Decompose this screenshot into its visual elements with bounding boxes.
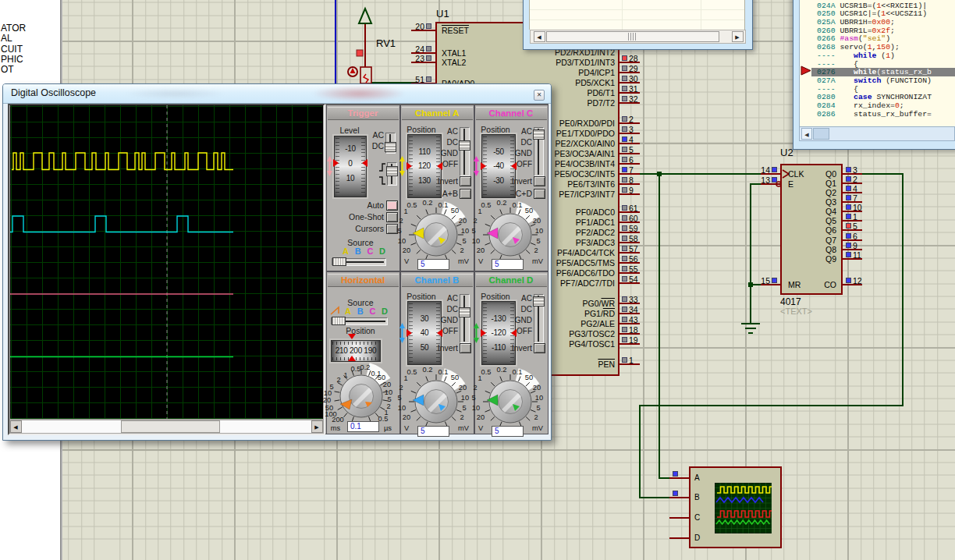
panel-a-btn-0[interactable] — [460, 176, 471, 186]
u2-pin-number: 2 — [853, 175, 857, 184]
u2-pin-name: E — [788, 179, 793, 189]
pin-state-square — [622, 225, 627, 231]
pin-state-square — [622, 296, 627, 302]
panel-c-mode-slider-thumb[interactable] — [533, 129, 545, 140]
panel-b-mode-slider-thumb[interactable] — [459, 307, 470, 317]
u1-pin-number: 30 — [629, 74, 638, 83]
u2-pin-number: 3 — [853, 165, 857, 175]
panel-trigger-level-dial-value: 10 — [334, 174, 367, 183]
svg-text:2: 2 — [460, 413, 463, 421]
svg-text:20: 20 — [459, 217, 467, 225]
pin-state-square — [622, 167, 627, 172]
code-line: 0284 rx_index=0; — [817, 101, 955, 110]
u1-pin-number: 59 — [629, 224, 638, 233]
u2-pin-name: Q8 — [805, 245, 836, 254]
u1-pin-name: PD3/TXD1/INT3 — [490, 58, 615, 67]
svg-text:20: 20 — [477, 246, 485, 254]
panel-horizontal-source-slider-thumb[interactable] — [332, 317, 346, 325]
svg-text:2: 2 — [473, 384, 477, 392]
panel-trigger-edge-slider-thumb[interactable] — [386, 166, 398, 176]
panel-a-dial-marker-left — [406, 162, 412, 170]
svg-text:0.1: 0.1 — [513, 368, 523, 376]
panel-trigger-source-slider-thumb[interactable] — [332, 257, 346, 266]
panel-d-btn-0[interactable] — [534, 343, 545, 353]
panel-trigger-source-C: C — [364, 246, 375, 256]
u1-pin-name: XTAL2 — [442, 58, 466, 67]
pin-stub — [669, 537, 689, 539]
panel-a-position-arrows — [399, 156, 406, 176]
scope-display — [10, 105, 323, 419]
panel-c-title: Channel C — [476, 108, 546, 119]
panel-c-btn-0[interactable] — [534, 176, 545, 186]
u1-ref: U1 — [436, 8, 449, 19]
pin-state-square — [673, 471, 678, 477]
panel-b-dial-value: 30 — [407, 314, 442, 323]
svg-text:1: 1 — [478, 374, 481, 382]
u2-pin-number: 9 — [853, 241, 857, 250]
left-panel-item: AL — [1, 33, 12, 44]
pin-state-square — [846, 214, 851, 219]
panel-horizontal-source-C: C — [367, 307, 378, 316]
pin-state-square — [622, 136, 627, 142]
panel-trigger-source-A: A — [340, 246, 351, 256]
panel-d-dial-value: -130 — [481, 314, 516, 323]
panel-d-value-box[interactable]: 5 — [492, 426, 524, 437]
u2-pin-name: Q7 — [805, 236, 836, 245]
u1-pin-number: 29 — [629, 64, 638, 73]
svg-text:2: 2 — [399, 217, 403, 225]
svg-text:20: 20 — [533, 384, 541, 392]
pin-state-square — [846, 204, 851, 210]
svg-text:5: 5 — [397, 227, 401, 235]
graph-screen — [715, 483, 772, 533]
svg-text:5: 5 — [471, 394, 475, 402]
u1-pin-number: 60 — [629, 214, 638, 223]
panel-a-value-box[interactable]: 5 — [417, 259, 449, 270]
panel-horizontal-source-D: D — [379, 307, 390, 316]
panel-a-mode-slider-thumb[interactable] — [459, 140, 470, 151]
u1-pin-name: RESET — [442, 26, 469, 35]
panel-b-mode-ac: AC — [431, 294, 458, 303]
panel-b-position-arrows — [399, 323, 406, 343]
panel-d-dial-marker-left — [481, 329, 486, 337]
pin-state-square — [622, 317, 627, 322]
panel-trigger-coupling-slider-thumb[interactable] — [385, 142, 396, 152]
panel-d-mode-slider-thumb[interactable] — [533, 296, 545, 307]
pin-state-square — [622, 76, 627, 81]
svg-text:50: 50 — [451, 207, 459, 214]
u2-pin-name: Q1 — [805, 179, 836, 188]
panel-trigger-btn-0[interactable] — [386, 200, 398, 211]
pin-state-square — [772, 167, 777, 172]
u2-pin-name: Q5 — [805, 216, 836, 225]
scope-scroll-thumb[interactable] — [121, 420, 220, 433]
panel-b-value-box[interactable]: 5 — [417, 426, 449, 437]
u1-pin-number: 8 — [629, 175, 634, 185]
scope-close-button[interactable]: ✕ — [534, 90, 545, 101]
popup-grid-line-v — [701, 0, 701, 30]
code-line: ---- { — [817, 60, 955, 69]
panel-trigger-btn-1[interactable] — [386, 212, 398, 222]
panel-trigger-btn-label-0: Auto — [337, 200, 384, 210]
u2-pin-name: MR — [788, 280, 801, 289]
panel-horizontal-value-box[interactable]: 0.1 — [347, 421, 379, 432]
code-line: 0280 case SYNCHRONIZAT — [817, 93, 955, 101]
u1-pin-number: 2 — [629, 115, 634, 124]
pin-state-square — [846, 186, 851, 191]
svg-text:mV: mV — [532, 424, 544, 432]
panel-horizontal-source-B: B — [355, 307, 366, 316]
panel-b-btn-0[interactable] — [460, 343, 471, 353]
panel-c-value-box[interactable]: 5 — [492, 259, 524, 270]
svg-text:10: 10 — [398, 237, 406, 245]
panel-trigger-btn-2[interactable] — [386, 224, 398, 234]
panel-b-mode-slider-slot — [463, 296, 465, 342]
pin-stub — [669, 477, 689, 479]
svg-text:0.2: 0.2 — [497, 366, 507, 374]
pin-state-square — [622, 116, 627, 122]
code-line: ---- { — [817, 85, 955, 94]
code-scroll-thumb[interactable] — [813, 128, 829, 140]
panel-c-position-arrows — [474, 156, 481, 176]
u1-pin-number: 3 — [629, 125, 634, 134]
pin-state-square — [622, 177, 627, 183]
pin-state-square — [846, 195, 851, 200]
u2-pin-number: 15 — [751, 277, 770, 285]
pin-state-square — [622, 96, 627, 101]
